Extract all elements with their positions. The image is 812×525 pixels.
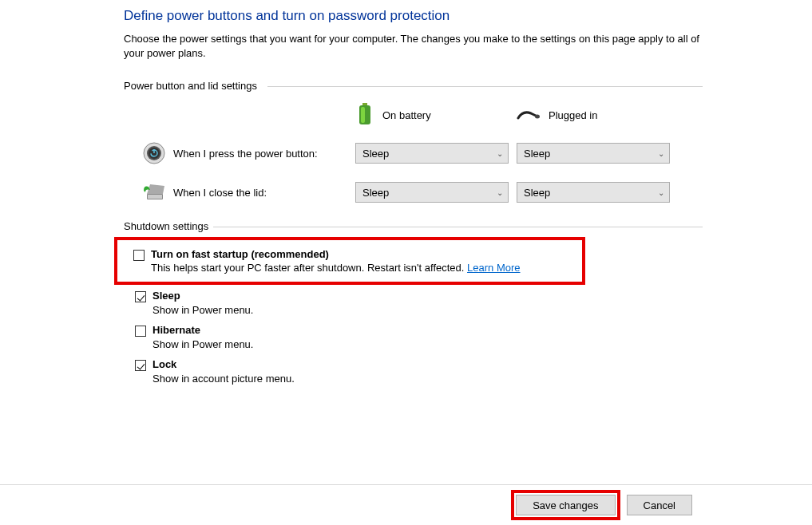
power-button-row-label: When I press the power button: (168, 148, 355, 160)
fast-startup-desc: This helps start your PC faster after sh… (151, 262, 467, 274)
shutdown-section-label: Shutdown settings (124, 220, 703, 232)
plug-icon (517, 107, 541, 124)
page-title: Define power buttons and turn on passwor… (124, 8, 703, 24)
plugged-in-label: Plugged in (549, 109, 597, 121)
chevron-down-icon: ⌄ (658, 188, 664, 197)
power-button-icon (140, 142, 168, 164)
power-button-plugged-dropdown[interactable]: Sleep ⌄ (517, 143, 670, 164)
chevron-down-icon: ⌄ (497, 149, 503, 158)
lock-title: Lock (152, 358, 703, 370)
lid-icon (140, 183, 168, 202)
svg-rect-9 (148, 195, 162, 199)
footer-bar: Save changes Cancel (0, 484, 812, 525)
save-changes-button[interactable]: Save changes (516, 495, 615, 515)
chevron-down-icon: ⌄ (658, 149, 664, 158)
lid-battery-dropdown[interactable]: Sleep ⌄ (355, 182, 509, 203)
chevron-down-icon: ⌄ (497, 188, 503, 197)
svg-rect-2 (361, 107, 365, 123)
fast-startup-checkbox[interactable] (133, 250, 145, 261)
fast-startup-title: Turn on fast startup (recommended) (151, 248, 572, 260)
sleep-title: Sleep (152, 290, 703, 302)
fast-startup-highlight: Turn on fast startup (recommended) This … (114, 237, 585, 285)
hibernate-title: Hibernate (152, 324, 703, 336)
cancel-button[interactable]: Cancel (627, 495, 692, 515)
lock-checkbox[interactable] (135, 360, 146, 371)
page-description: Choose the power settings that you want … (124, 32, 703, 61)
on-battery-label: On battery (382, 109, 431, 121)
hibernate-checkbox[interactable] (135, 326, 146, 337)
svg-rect-0 (362, 103, 367, 105)
battery-icon (355, 103, 374, 128)
svg-point-3 (535, 115, 540, 119)
hibernate-desc: Show in Power menu. (124, 338, 703, 350)
lid-row-label: When I close the lid: (168, 187, 355, 199)
lock-desc: Show in account picture menu. (124, 373, 703, 385)
power-button-section-label: Power button and lid settings (124, 80, 703, 92)
sleep-checkbox[interactable] (135, 291, 146, 302)
lid-plugged-dropdown[interactable]: Sleep ⌄ (517, 182, 670, 203)
power-button-battery-dropdown[interactable]: Sleep ⌄ (355, 143, 509, 164)
sleep-desc: Show in Power menu. (124, 304, 703, 316)
learn-more-link[interactable]: Learn More (467, 262, 520, 274)
